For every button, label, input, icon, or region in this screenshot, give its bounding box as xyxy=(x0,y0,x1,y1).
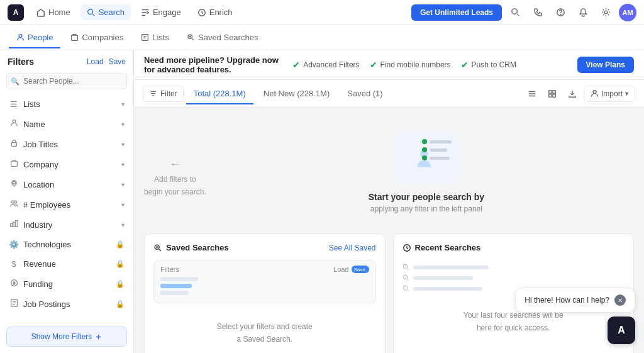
svg-point-2 xyxy=(511,9,516,14)
tab-saved[interactable]: Saved (1) xyxy=(340,84,390,104)
chat-bubble: Hi there! How can I help? ✕ xyxy=(515,288,635,313)
phone-icon-btn[interactable] xyxy=(528,3,547,22)
name-filter-icon xyxy=(9,119,19,129)
save-filters-btn[interactable]: Save xyxy=(109,57,126,66)
banner-text: Need more pipeline? Upgrade now for adva… xyxy=(144,55,280,74)
saved-searches-empty-line2: a Saved Search. xyxy=(236,335,292,344)
help-icon-btn[interactable] xyxy=(551,3,570,22)
filter-name[interactable]: Name ▾ xyxy=(0,114,133,134)
check-mobile-icon: ✔ xyxy=(370,60,377,70)
technologies-filter-icon: ⚙️ xyxy=(9,240,19,249)
job-titles-chevron: ▾ xyxy=(121,141,125,148)
filter-company[interactable]: Company ▾ xyxy=(0,154,133,174)
add-filters-hint: ← Add filters to begin your search. xyxy=(144,120,206,196)
filter-job-postings[interactable]: Job Postings 🔒 xyxy=(0,294,133,314)
nav-enrich[interactable]: Enrich xyxy=(191,4,239,20)
svg-rect-24 xyxy=(553,94,555,96)
filter-job-titles[interactable]: Job Titles ▾ xyxy=(0,134,133,154)
svg-rect-11 xyxy=(11,143,16,147)
export-button[interactable] xyxy=(564,85,581,103)
tab-lists[interactable]: Lists xyxy=(133,28,177,48)
search-people-input[interactable] xyxy=(6,73,127,89)
list-view-button[interactable] xyxy=(523,85,541,103)
empty-state-title: Start your people search by xyxy=(369,192,484,202)
recent-searches-panel-header: Recent Searches xyxy=(402,243,625,252)
svg-point-0 xyxy=(87,9,92,14)
location-filter-icon xyxy=(9,179,19,189)
svg-point-6 xyxy=(19,34,22,37)
svg-rect-7 xyxy=(72,35,78,40)
filter-industry[interactable]: Industry ▾ xyxy=(0,215,133,235)
empty-illustration xyxy=(395,133,458,183)
see-all-saved-link[interactable]: See All Saved xyxy=(329,244,376,252)
load-filters-btn[interactable]: Load xyxy=(87,57,104,66)
svg-point-25 xyxy=(593,91,596,94)
user-avatar[interactable]: AM xyxy=(619,4,636,21)
empty-state-main: Start your people search by applying any… xyxy=(219,120,634,213)
hint-arrow-icon: ← xyxy=(169,158,180,171)
nav-engage[interactable]: Engage xyxy=(135,4,187,20)
settings-icon-btn[interactable] xyxy=(596,3,615,22)
employees-chevron: ▾ xyxy=(121,201,125,208)
svg-point-30 xyxy=(403,275,407,279)
svg-rect-16 xyxy=(10,224,12,227)
search-people-wrapper: 🔍 xyxy=(6,73,127,89)
view-icons-group xyxy=(523,85,581,103)
tab-total[interactable]: Total (228.1M) xyxy=(186,84,253,104)
import-chevron-icon: ▾ xyxy=(625,90,628,97)
svg-point-29 xyxy=(403,264,407,268)
revenue-lock-icon: 🔒 xyxy=(116,260,125,268)
name-chevron: ▾ xyxy=(121,121,125,128)
app-logo[interactable]: A xyxy=(8,4,24,21)
search-icon-btn[interactable] xyxy=(506,3,525,22)
funding-lock-icon: 🔒 xyxy=(116,280,125,288)
company-chevron: ▾ xyxy=(121,161,125,168)
svg-rect-23 xyxy=(549,94,552,96)
filter-funding[interactable]: Funding 🔒 xyxy=(0,274,133,294)
filter-lists[interactable]: ☰ Lists ▾ xyxy=(0,94,133,114)
filter-location[interactable]: Location ▾ xyxy=(0,174,133,194)
svg-rect-17 xyxy=(13,222,14,227)
feature-push-crm: ✔ Push to CRM xyxy=(461,60,516,70)
get-unlimited-leads-button[interactable]: Get Unlimited Leads xyxy=(411,4,502,21)
tab-net-new[interactable]: Net New (228.1M) xyxy=(256,84,337,104)
grid-view-button[interactable] xyxy=(543,85,561,103)
import-button[interactable]: Import ▾ xyxy=(584,86,635,102)
svg-rect-21 xyxy=(549,90,552,92)
banner-features: ✔ Advanced Filters ✔ Find mobile numbers… xyxy=(292,60,564,70)
filter-technologies[interactable]: ⚙️ Technologies 🔒 xyxy=(0,235,133,254)
sidebar: Filters Load Save 🔍 ☰ Lists ▾ xyxy=(0,50,134,353)
tab-people[interactable]: People xyxy=(9,28,60,48)
job-titles-filter-icon xyxy=(9,139,19,149)
nav-search[interactable]: Search xyxy=(80,4,131,20)
view-plans-button[interactable]: View Plans xyxy=(577,57,634,73)
svg-rect-22 xyxy=(553,90,555,92)
saved-search-preview: Filters Load Save xyxy=(153,260,376,303)
results-toolbar: Filter Total (228.1M) Net New (228.1M) S… xyxy=(134,80,644,108)
tab-companies[interactable]: Companies xyxy=(63,28,131,48)
svg-point-4 xyxy=(560,14,561,15)
tab-saved-searches[interactable]: Saved Searches xyxy=(179,28,265,48)
svg-point-5 xyxy=(604,11,608,14)
feature-advanced-filters: ✔ Advanced Filters xyxy=(292,60,359,70)
saved-searches-empty: Select your filters and create a Saved S… xyxy=(153,310,376,353)
svg-point-10 xyxy=(13,120,16,123)
filter-revenue[interactable]: $ Revenue 🔒 xyxy=(0,254,133,274)
job-postings-filter-icon xyxy=(9,299,19,309)
sidebar-header: Filters Load Save xyxy=(0,50,133,70)
company-filter-icon xyxy=(9,159,19,169)
bell-icon-btn[interactable] xyxy=(574,3,592,22)
svg-rect-12 xyxy=(11,161,17,166)
check-crm-icon: ✔ xyxy=(461,60,469,70)
industry-chevron: ▾ xyxy=(121,221,125,228)
filter-employees[interactable]: # Employees ▾ xyxy=(0,194,133,215)
chat-close-button[interactable]: ✕ xyxy=(614,294,626,306)
nav-home[interactable]: Home xyxy=(30,4,77,20)
industry-filter-icon xyxy=(9,220,19,230)
search-people-icon: 🔍 xyxy=(11,77,19,86)
svg-rect-8 xyxy=(142,34,148,40)
saved-searches-empty-line1: Select your filters and create xyxy=(217,322,313,331)
chat-logo-button[interactable]: A xyxy=(608,317,635,344)
filter-toggle-button[interactable]: Filter xyxy=(143,86,184,102)
show-more-filters-button[interactable]: Show More Filters xyxy=(6,327,127,347)
